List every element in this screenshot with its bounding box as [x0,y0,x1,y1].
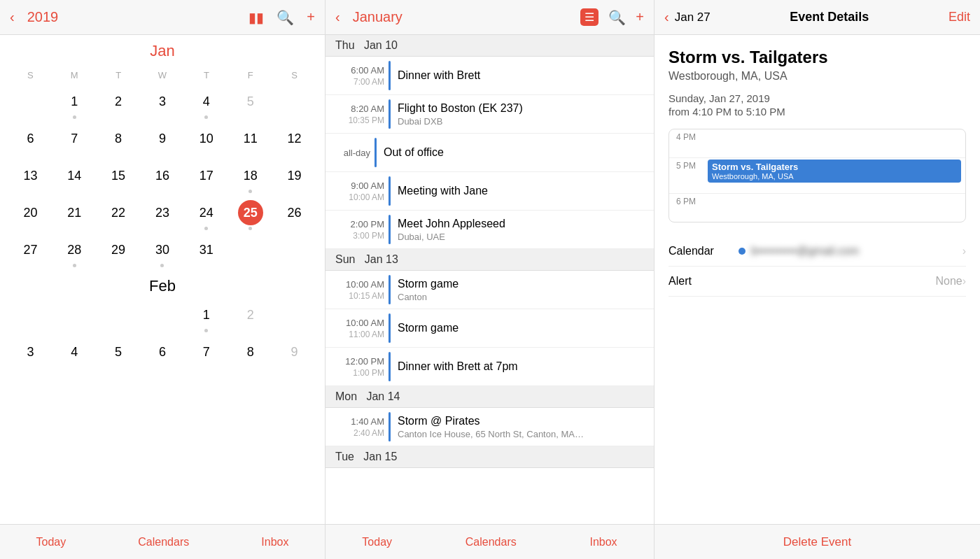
preview-slot-4pm [708,129,965,157]
edit-button[interactable]: Edit [948,10,970,24]
cal-day-2[interactable]: 2 [97,86,141,122]
cal-day-8[interactable]: 8 [97,123,141,159]
feb-week-2: 3 4 5 6 7 8 9 [8,337,316,372]
event-time-storm1: 10:00 AM 10:15 AM [326,271,388,309]
feb-day-1[interactable]: 1 [184,299,228,335]
feb-day-8[interactable]: 8 [228,337,272,372]
back-year-icon[interactable]: ‹ [10,9,15,25]
back-month-icon[interactable]: ‹ [335,9,340,25]
event-dinner-7pm[interactable]: 12:00 PM 1:00 PM Dinner with Brett at 7p… [326,348,654,386]
cal-day-30[interactable]: 30 [141,234,185,270]
feb-day-9[interactable]: 9 [272,337,316,372]
preview-event-name: Storm vs. Tailgaters [712,162,957,172]
cal-day-16[interactable]: 16 [141,160,185,196]
day-header-tue-jan15: Tue Jan 15 [326,446,654,468]
event-storm-game-1[interactable]: 10:00 AM 10:15 AM Storm game Canton [326,271,654,309]
calendar-email: b••••••••••@gmail.com [751,245,859,257]
cal-day-24[interactable]: 24 [184,197,228,233]
cal-day-31[interactable]: 31 [184,234,228,270]
jan-month-label: Jan [8,42,316,60]
cal-day-26[interactable]: 26 [272,197,316,233]
list-view-icon[interactable]: ☰ [580,8,598,26]
back-event-icon[interactable]: ‹ [664,9,669,25]
feb-empty4 [141,299,185,335]
feb-day-7[interactable]: 7 [184,337,228,372]
cal-day-15[interactable]: 15 [97,160,141,196]
cal-day-18[interactable]: 18 [228,160,272,196]
cal-day-19[interactable]: 19 [272,160,316,196]
event-time-jane: 9:00 AM 10:00 AM [326,172,388,210]
panel2-header-left: ‹ January [335,9,402,25]
cal-day-5[interactable]: 5 [228,86,272,122]
panel3-header: ‹ Jan 27 Event Details Edit [654,0,980,34]
view-toggle-icon[interactable]: ▮▮ [248,9,264,26]
calendars-button-p1[interactable]: Calendars [138,536,189,549]
preview-event-loc: Westborough, MA, USA [712,172,957,181]
cal-day-10[interactable]: 10 [184,123,228,159]
add-event-icon[interactable]: + [307,9,315,25]
cal-week-4: 20 21 22 23 24 25 26 [8,197,316,233]
event-time-dinner: 6:00 AM 7:00 AM [326,57,388,94]
feb-day-3[interactable]: 3 [8,337,52,372]
alert-field-value: None [738,275,962,288]
today-button-p2[interactable]: Today [362,536,392,549]
search-events-icon[interactable]: 🔍 [608,9,626,26]
cal-day-6[interactable]: 6 [8,123,52,159]
event-meeting-jane[interactable]: 9:00 AM 10:00 AM Meeting with Jane [326,172,654,211]
dow-m: M [52,67,97,83]
dow-w: W [141,67,185,83]
feb-day-5[interactable]: 5 [97,337,141,372]
preview-slot-5pm: Storm vs. Tailgaters Westborough, MA, US… [708,158,965,193]
detail-event-location: Westborough, MA, USA [668,70,966,83]
feb-day-6[interactable]: 6 [141,337,185,372]
cal-day-28[interactable]: 28 [52,234,97,270]
alert-field-row[interactable]: Alert None › [668,267,966,297]
cal-day-22[interactable]: 22 [97,197,141,233]
preview-times: 4 PM 5 PM Storm vs. Tailgaters Westborou… [669,129,965,222]
cal-day-13[interactable]: 13 [8,160,52,196]
cal-day-14[interactable]: 14 [52,160,97,196]
event-dinner-brett[interactable]: 6:00 AM 7:00 AM Dinner with Brett [326,57,654,95]
panel1-header: ‹ 2019 ▮▮ 🔍 + [0,0,326,34]
delete-event-button[interactable]: Delete Event [783,535,851,549]
cal-day-27[interactable]: 27 [8,234,52,270]
cal-day-20[interactable]: 20 [8,197,52,233]
cal-day-7[interactable]: 7 [52,123,97,159]
preview-label-4pm: 4 PM [669,129,708,142]
dow-s1: S [8,67,52,83]
panel1-toolbar: Today Calendars Inbox [0,524,325,559]
cal-day-3[interactable]: 3 [141,86,185,122]
month-title: January [353,9,402,25]
calendars-button-p2[interactable]: Calendars [465,536,517,549]
cal-day-12[interactable]: 12 [272,123,316,159]
inbox-button-p2[interactable]: Inbox [589,536,617,549]
add-event-icon2[interactable]: + [636,9,644,25]
cal-day-23[interactable]: 23 [141,197,185,233]
cal-day-25[interactable]: 25 [228,197,272,233]
event-out-of-office[interactable]: all-day Out of office [326,134,654,172]
event-meet-john[interactable]: 2:00 PM 3:00 PM Meet John Appleseed Duba… [326,211,654,249]
cal-day-9[interactable]: 9 [141,123,185,159]
detail-calendar-preview: 4 PM 5 PM Storm vs. Tailgaters Westborou… [668,129,966,222]
calendar-field-row[interactable]: Calendar b••••••••••@gmail.com › [668,236,966,267]
preview-label-5pm: 5 PM [669,158,708,171]
event-storm-game-2[interactable]: 10:00 AM 11:00 AM Storm game [326,309,654,348]
cal-day-21[interactable]: 21 [52,197,97,233]
cal-day-1[interactable]: 1 [52,86,97,122]
cal-day-17[interactable]: 17 [184,160,228,196]
feb-day-2[interactable]: 2 [228,299,272,335]
today-button-p1[interactable]: Today [36,536,66,549]
feb-day-4[interactable]: 4 [52,337,97,372]
feb-month-label: Feb [8,277,316,295]
event-time-storm2: 10:00 AM 11:00 AM [326,309,388,347]
event-storm-pirates[interactable]: 1:40 AM 2:40 AM Storm @ Pirates Canton I… [326,408,654,446]
event-flight-boston[interactable]: 8:20 AM 10:35 PM Flight to Boston (EK 23… [326,95,654,134]
inbox-button-p1[interactable]: Inbox [261,536,288,549]
search-icon[interactable]: 🔍 [276,9,294,26]
event-list: Thu Jan 10 6:00 AM 7:00 AM Dinner with B… [326,35,654,524]
cal-day-11[interactable]: 11 [228,123,272,159]
cal-day-29[interactable]: 29 [97,234,141,270]
mini-calendar: Jan S M T W T F S 1 2 3 4 5 [0,35,325,524]
cal-day-4[interactable]: 4 [184,86,228,122]
preview-event-block[interactable]: Storm vs. Tailgaters Westborough, MA, US… [708,160,961,183]
